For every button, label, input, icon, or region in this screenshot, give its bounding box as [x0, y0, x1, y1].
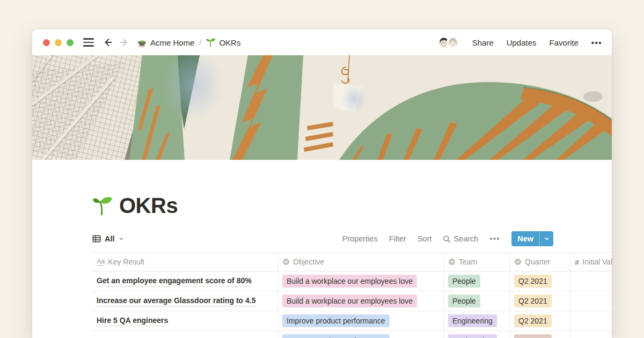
column-header-team[interactable]: Team [444, 253, 510, 271]
page-header: OKRs [92, 192, 612, 219]
initial-value-cell[interactable] [570, 311, 612, 330]
quarter-cell[interactable]: Q2 2021 [510, 311, 570, 330]
key-result-title[interactable]: Get an employee engagement score of 80% [97, 276, 252, 286]
properties-button[interactable]: Properties [342, 234, 378, 243]
search-icon [443, 235, 451, 243]
quarter-tag: Q2 2021 [514, 314, 552, 327]
quarter-tag: Q2 2021 [514, 275, 552, 288]
number-property-icon: # [575, 258, 579, 267]
more-options-icon[interactable]: ••• [591, 38, 602, 47]
page-title[interactable]: OKRs [119, 194, 178, 218]
breadcrumb-separator: / [200, 38, 202, 47]
share-button[interactable]: Share [472, 38, 494, 47]
objective-cell[interactable]: Build a workplace our employees love [278, 271, 444, 291]
history-nav [103, 37, 129, 48]
filter-button[interactable]: Filter [389, 234, 406, 243]
initial-value-cell[interactable] [570, 271, 612, 291]
breadcrumb: Acme Home / OKRs [137, 38, 240, 48]
browser-window: Acme Home / OKRs [32, 30, 612, 338]
objective-tag: Improve product performance [282, 334, 390, 338]
key-result-title[interactable]: Hire 5 QA engineers [97, 315, 168, 326]
team-cell[interactable]: Engineering [444, 331, 510, 338]
search-button[interactable]: Search [443, 234, 478, 243]
key-result-cell[interactable]: Get an employee engagement score of 80% [92, 271, 278, 291]
page-cover-image [32, 55, 612, 160]
zoom-window-button[interactable] [67, 39, 74, 46]
column-label: Team [459, 258, 477, 266]
breadcrumb-workspace[interactable]: Acme Home [137, 38, 195, 48]
table-row: Get an employee engagement score of 80% … [92, 271, 612, 291]
pot-of-food-icon [137, 38, 147, 48]
key-result-title[interactable]: Increase our average Glassdoor rating to… [97, 296, 255, 306]
team-tag: Engineering [448, 334, 497, 338]
new-button-label: New [511, 231, 539, 246]
breadcrumb-workspace-label: Acme Home [150, 38, 195, 47]
column-header-objective[interactable]: Objective [278, 253, 444, 271]
select-property-icon [448, 258, 456, 266]
column-header-key-result[interactable]: Aa Key Result [92, 253, 278, 271]
key-result-cell[interactable]: Hire 5 QA engineers [92, 311, 278, 330]
collaborator-avatars [437, 36, 459, 49]
team-cell[interactable]: Engineering [444, 311, 510, 330]
view-name-label: All [105, 234, 115, 243]
view-more-options-icon[interactable]: ••• [489, 234, 500, 243]
table-row: Increase our average Glassdoor rating to… [92, 291, 612, 311]
view-selector[interactable]: All [92, 234, 124, 243]
quarter-tag: Q3 2021 [514, 334, 552, 338]
menu-icon[interactable] [83, 38, 94, 46]
breadcrumb-page-label: OKRs [219, 38, 240, 47]
seedling-icon [206, 38, 216, 47]
objective-tag: Build a workplace our employees love [282, 295, 417, 307]
column-header-quarter[interactable]: Quarter [510, 253, 570, 271]
team-tag: People [448, 295, 480, 307]
initial-value-cell[interactable] [570, 291, 612, 311]
quarter-cell[interactable]: Q2 2021 [510, 271, 570, 291]
female-avatar[interactable] [447, 36, 459, 49]
page-icon-seedling[interactable] [92, 195, 113, 216]
column-label: Key Result [108, 258, 144, 266]
window-topbar: Acme Home / OKRs [32, 30, 612, 55]
objective-cell[interactable]: Improve product performance [278, 331, 444, 338]
table-view-icon [92, 234, 101, 243]
quarter-tag: Q2 2021 [514, 295, 552, 307]
objective-cell[interactable]: Improve product performance [278, 311, 444, 330]
chevron-down-icon [119, 236, 124, 241]
new-button-chevron-icon[interactable] [539, 231, 553, 246]
team-cell[interactable]: People [444, 271, 510, 291]
search-label: Search [453, 234, 478, 243]
column-label: Quarter [525, 258, 550, 266]
forward-arrow-icon[interactable] [119, 37, 129, 48]
table-row-partial: Improve product performance Engineering … [92, 331, 612, 338]
column-header-initial-value[interactable]: # Initial Value [570, 253, 612, 271]
close-window-button[interactable] [43, 39, 50, 46]
minimize-window-button[interactable] [55, 39, 62, 46]
objective-cell[interactable]: Build a workplace our employees love [278, 291, 444, 311]
sort-button[interactable]: Sort [418, 234, 432, 243]
quarter-cell[interactable]: Q2 2021 [510, 291, 570, 311]
okr-table: Aa Key Result Objective Team [92, 252, 612, 338]
table-header-row: Aa Key Result Objective Team [92, 252, 612, 271]
objective-tag: Build a workplace our employees love [282, 275, 417, 288]
objective-tag: Improve product performance [282, 314, 390, 327]
key-result-cell[interactable] [92, 331, 278, 338]
select-property-icon [514, 258, 522, 266]
column-label: Objective [293, 258, 324, 266]
updates-button[interactable]: Updates [507, 38, 537, 47]
quarter-cell[interactable]: Q3 2021 [510, 331, 570, 338]
column-label: Initial Value [582, 258, 612, 266]
back-arrow-icon[interactable] [103, 37, 113, 48]
traffic-lights [43, 39, 74, 46]
initial-value-cell[interactable] [570, 331, 612, 338]
select-property-icon [282, 258, 290, 266]
text-property-icon: Aa [97, 258, 105, 266]
database-view-bar: All Properties Filter Sort Search ••• Ne… [92, 231, 553, 247]
favorite-button[interactable]: Favorite [550, 38, 579, 47]
breadcrumb-page[interactable]: OKRs [206, 38, 240, 47]
team-tag: People [448, 275, 480, 288]
key-result-cell[interactable]: Increase our average Glassdoor rating to… [92, 291, 278, 311]
team-tag: Engineering [448, 314, 497, 327]
table-row: Hire 5 QA engineers Improve product perf… [92, 311, 612, 331]
team-cell[interactable]: People [444, 291, 510, 311]
new-button[interactable]: New [511, 231, 553, 246]
